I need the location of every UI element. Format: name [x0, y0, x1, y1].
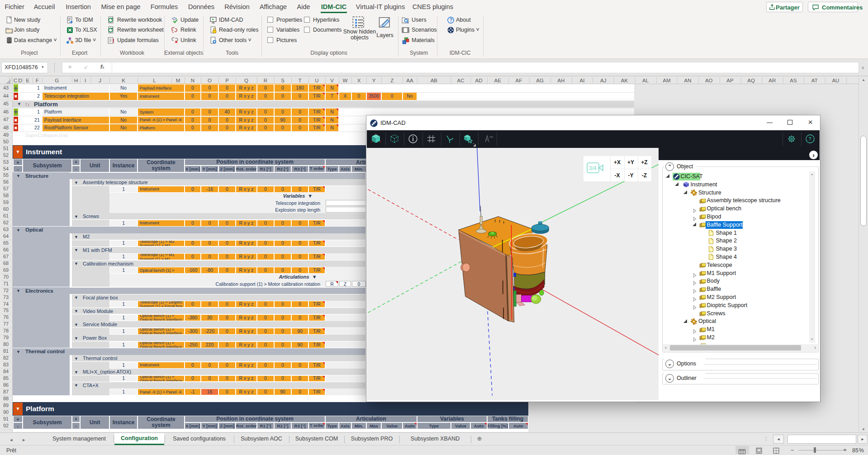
svg-text:RB: RB	[489, 136, 493, 138]
svg-text:?: ?	[450, 17, 452, 23]
svg-text:3/4: 3/4	[589, 165, 597, 171]
svg-text:!: !	[113, 38, 114, 44]
svg-text:?: ?	[809, 136, 811, 142]
